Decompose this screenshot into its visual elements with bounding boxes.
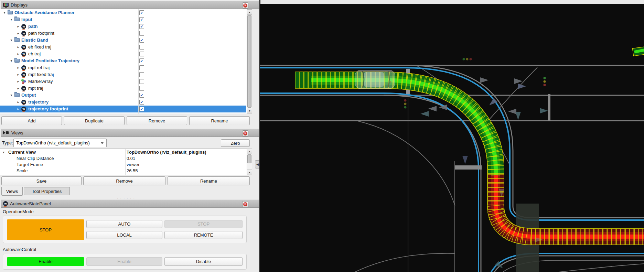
expander-open-icon[interactable]: ▾ bbox=[3, 150, 4, 154]
tree-row-Output[interactable]: ▾Output✔ bbox=[0, 92, 246, 99]
tree-row-path-footprint[interactable]: ▸wpath footprint bbox=[0, 30, 246, 37]
expander-closed-icon[interactable]: ▸ bbox=[17, 73, 20, 76]
disable-normal-button[interactable]: Disable bbox=[164, 257, 243, 266]
tree-row-trajectory[interactable]: ▸wtrajectory✔ bbox=[0, 99, 246, 106]
property-row-scale[interactable]: Scale26.55 bbox=[0, 168, 246, 174]
type-label: Type: bbox=[2, 140, 13, 145]
view-table-scrollbar[interactable]: ▲ ▼ bbox=[247, 149, 252, 175]
expander-closed-icon[interactable]: ▸ bbox=[17, 107, 20, 111]
expander-open-icon[interactable]: ▾ bbox=[10, 59, 13, 63]
splitter-handle[interactable]: · · · · · · bbox=[0, 126, 252, 129]
expander-closed-icon[interactable]: ▸ bbox=[17, 66, 20, 69]
expander-open-icon[interactable]: ▾ bbox=[10, 18, 13, 21]
expander-open-icon[interactable]: ▾ bbox=[10, 38, 13, 42]
property-value[interactable]: viewer bbox=[127, 162, 140, 167]
property-value[interactable]: 26.55 bbox=[127, 168, 138, 173]
render-viewport[interactable] bbox=[260, 0, 644, 272]
property-value[interactable]: 0.01 bbox=[127, 156, 135, 161]
expander-closed-icon[interactable]: ▸ bbox=[17, 86, 20, 90]
enabled-checkbox[interactable] bbox=[139, 52, 144, 56]
views-close-button[interactable]: ✕ bbox=[242, 130, 248, 137]
property-row-target-frame[interactable]: Target Frameviewer bbox=[0, 162, 246, 168]
tree-row-path[interactable]: ▸wpath✔ bbox=[0, 23, 246, 30]
local-normal-button[interactable]: LOCAL bbox=[86, 231, 162, 239]
property-value[interactable]: TopDownOrtho (rviz_default_plugins) bbox=[127, 150, 206, 155]
expander-open-icon[interactable]: ▾ bbox=[10, 93, 13, 97]
tree-row-mpt-traj[interactable]: ▸wmpt traj bbox=[0, 85, 246, 92]
scrollbar-down-arrow[interactable]: ▼ bbox=[247, 108, 252, 113]
auto-normal-button[interactable]: AUTO bbox=[86, 220, 162, 228]
tree-row-trajectory-footprint[interactable]: ▸wtrajectory footprint✔ bbox=[0, 106, 246, 112]
enabled-checkbox[interactable]: ✔ bbox=[139, 38, 144, 43]
autoware-close-button[interactable]: ✕ bbox=[242, 201, 248, 207]
view-type-dropdown[interactable]: TopDownOrtho (rviz_default_plugins) bbox=[13, 139, 107, 147]
autoware-panel-titlebar[interactable]: w AutowareStatePanel ✕ bbox=[1, 199, 259, 208]
tree-row-MarkerArray[interactable]: ▸MarkerArray bbox=[0, 78, 246, 85]
tree-item-label: Output bbox=[21, 93, 36, 98]
remote-normal-button[interactable]: REMOTE bbox=[164, 231, 243, 239]
expander-closed-icon[interactable]: ▸ bbox=[17, 45, 20, 49]
panel-viewport-divider[interactable] bbox=[259, 0, 260, 272]
tree-row-eb-fixed-traj[interactable]: ▸web fixed traj bbox=[0, 44, 246, 51]
tree-row-Obstacle-Avoidance-Planner[interactable]: ▾Obstacle Avoidance Planner✔ bbox=[0, 9, 246, 16]
scrollbar-thumb[interactable] bbox=[247, 154, 251, 163]
tree-row-mpt-fixed-traj[interactable]: ▸wmpt fixed traj bbox=[0, 71, 246, 78]
folder-icon bbox=[14, 59, 20, 63]
enabled-checkbox[interactable] bbox=[139, 72, 144, 77]
tree-row-eb-traj[interactable]: ▸web traj bbox=[0, 51, 246, 57]
tab-views[interactable]: Views bbox=[1, 187, 23, 196]
scrollbar-down-arrow[interactable]: ▼ bbox=[247, 170, 252, 175]
displays-panel-title: Displays bbox=[11, 2, 28, 8]
property-row-near-clip-distance[interactable]: Near Clip Distance0.01 bbox=[0, 155, 246, 162]
view-type-value: TopDownOrtho (rviz_default_plugins) bbox=[16, 140, 90, 145]
displays-close-button[interactable]: ✕ bbox=[242, 2, 248, 9]
stop-orange-button[interactable]: STOP bbox=[7, 219, 84, 240]
tree-row-Model-Predictive-Trajectory[interactable]: ▾Model Predictive Trajectory✔ bbox=[0, 57, 246, 64]
displays-tree[interactable]: ▾Obstacle Avoidance Planner✔▾Input✔▸wpat… bbox=[0, 9, 252, 113]
enabled-checkbox[interactable]: ✔ bbox=[139, 17, 144, 22]
expander-open-icon[interactable]: ▾ bbox=[3, 11, 6, 14]
views-remove-button[interactable]: Remove bbox=[83, 176, 165, 185]
tab-tool-properties[interactable]: Tool Properties bbox=[24, 187, 70, 195]
views-rename-button[interactable]: Rename bbox=[168, 176, 250, 185]
displays-tree-scrollbar[interactable]: ▲ ▼ bbox=[247, 9, 252, 113]
enabled-checkbox[interactable]: ✔ bbox=[139, 10, 144, 15]
enabled-checkbox[interactable]: ✔ bbox=[139, 100, 144, 105]
displays-remove-button[interactable]: Remove bbox=[127, 116, 187, 125]
expander-closed-icon[interactable]: ▸ bbox=[17, 100, 20, 104]
zero-button[interactable]: Zero bbox=[221, 139, 250, 147]
scrollbar-up-arrow[interactable]: ▲ bbox=[247, 149, 252, 154]
expander-closed-icon[interactable]: ▸ bbox=[17, 24, 20, 28]
property-row-current-view[interactable]: ▾Current ViewTopDownOrtho (rviz_default_… bbox=[0, 149, 246, 155]
expander-closed-icon[interactable]: ▸ bbox=[17, 79, 20, 83]
displays-duplicate-button[interactable]: Duplicate bbox=[64, 116, 125, 125]
close-icon: ✕ bbox=[243, 3, 247, 8]
views-save-button[interactable]: Save bbox=[1, 176, 82, 185]
tree-row-mpt-ref-traj[interactable]: ▸wmpt ref traj bbox=[0, 64, 246, 71]
enabled-checkbox[interactable]: ✔ bbox=[139, 24, 144, 29]
enable-green-button[interactable]: Enable bbox=[7, 257, 84, 266]
property-name: Scale bbox=[17, 168, 28, 173]
current-view-table[interactable]: ▾Current ViewTopDownOrtho (rviz_default_… bbox=[0, 149, 252, 175]
enabled-checkbox[interactable]: ✔ bbox=[139, 58, 144, 63]
tree-item-label: mpt traj bbox=[28, 86, 43, 91]
enabled-checkbox[interactable] bbox=[139, 86, 144, 91]
displays-add-button[interactable]: Add bbox=[1, 116, 62, 125]
scrollbar-thumb[interactable] bbox=[247, 15, 251, 108]
scene-canvas[interactable] bbox=[260, 4, 644, 272]
scrollbar-up-arrow[interactable]: ▲ bbox=[247, 10, 252, 15]
tree-column-divider bbox=[138, 9, 139, 113]
enabled-checkbox[interactable]: ✔ bbox=[139, 107, 144, 111]
views-panel-titlebar[interactable]: Views ✕ bbox=[1, 129, 259, 137]
tree-row-Elastic-Band[interactable]: ▾Elastic Band✔ bbox=[0, 37, 246, 44]
displays-rename-button[interactable]: Rename bbox=[189, 116, 250, 125]
displays-panel-titlebar[interactable]: Displays ✕ bbox=[1, 1, 259, 9]
enabled-checkbox[interactable] bbox=[139, 45, 144, 50]
expander-closed-icon[interactable]: ▸ bbox=[17, 52, 20, 56]
tree-row-Input[interactable]: ▾Input✔ bbox=[0, 16, 246, 23]
expander-closed-icon[interactable]: ▸ bbox=[17, 31, 20, 35]
enabled-checkbox[interactable] bbox=[139, 79, 144, 84]
enabled-checkbox[interactable]: ✔ bbox=[139, 93, 144, 98]
enabled-checkbox[interactable] bbox=[139, 31, 144, 36]
enabled-checkbox[interactable] bbox=[139, 65, 144, 70]
